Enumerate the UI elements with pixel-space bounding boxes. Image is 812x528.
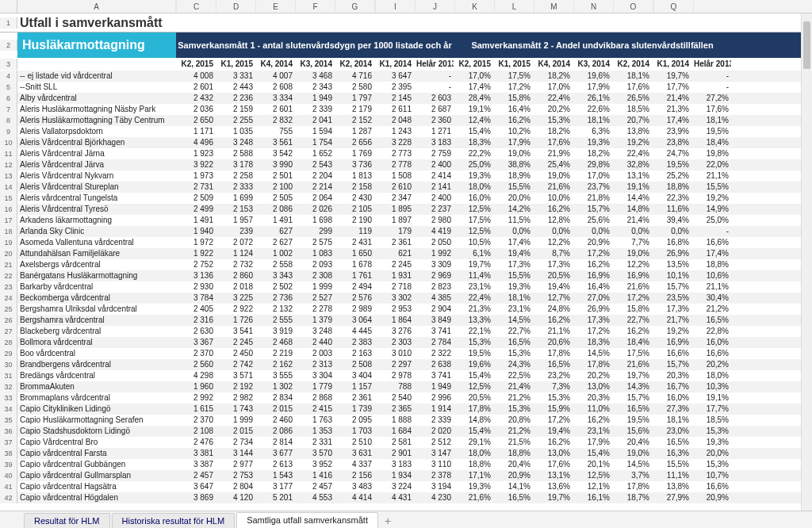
data-cell[interactable]: 12,5% — [454, 226, 493, 237]
data-cell[interactable]: 19,1% — [612, 182, 652, 193]
data-cell[interactable]: 3 468 — [295, 71, 335, 82]
data-cell[interactable]: 16,8% — [652, 237, 691, 248]
data-cell[interactable]: 16,2% — [493, 115, 533, 126]
row-name[interactable]: Aleris vårdcentral Tungelsta — [17, 193, 176, 204]
data-cell[interactable]: - — [691, 82, 731, 93]
data-cell[interactable]: 19,7% — [612, 370, 652, 381]
data-cell[interactable]: 20,5% — [533, 270, 573, 281]
data-cell[interactable]: 21,2% — [493, 392, 533, 404]
data-cell[interactable]: 1 353 — [295, 426, 335, 437]
row-number[interactable]: 30 — [0, 359, 17, 370]
data-cell[interactable]: 1 743 — [216, 404, 255, 415]
data-cell[interactable]: 39,4% — [652, 215, 691, 226]
data-cell[interactable]: 22,7% — [612, 315, 652, 326]
data-cell[interactable]: 26,5% — [612, 93, 652, 104]
data-cell[interactable]: 1 914 — [414, 404, 454, 415]
row-number[interactable]: 41 — [0, 481, 17, 492]
data-cell[interactable]: 2 163 — [335, 348, 374, 359]
data-cell[interactable]: 2 020 — [414, 426, 454, 437]
row-name[interactable]: Aleris Husläkarmottagning Näsby Park — [17, 104, 176, 115]
data-cell[interactable]: 21,6% — [533, 182, 573, 193]
row-name[interactable]: Aleris Vårdcentral Järva — [17, 159, 176, 170]
data-cell[interactable]: 15,3% — [454, 337, 493, 348]
data-cell[interactable]: 14,3% — [612, 381, 652, 392]
data-cell[interactable]: 1 157 — [335, 381, 374, 392]
row-name[interactable]: Capio vårdcentral Gubbängen — [17, 459, 176, 470]
data-cell[interactable]: 4 553 — [295, 492, 335, 503]
row-number[interactable]: 20 — [0, 248, 17, 259]
data-cell[interactable]: 14,5% — [612, 459, 652, 470]
data-cell[interactable]: 2 370 — [176, 415, 216, 426]
data-cell[interactable]: 2 018 — [216, 281, 255, 293]
data-cell[interactable]: 10,2% — [493, 126, 533, 137]
data-cell[interactable]: 2 105 — [335, 204, 374, 215]
data-cell[interactable]: 21,5% — [493, 437, 533, 448]
data-cell[interactable]: 1 678 — [335, 259, 374, 270]
data-cell[interactable]: 17,0% — [533, 82, 573, 93]
data-cell[interactable]: 13,3% — [454, 315, 493, 326]
col-letter-O[interactable]: O — [614, 0, 653, 13]
data-cell[interactable]: 15,3% — [493, 404, 533, 415]
data-cell[interactable]: 23,1% — [493, 304, 533, 315]
row-number[interactable]: 28 — [0, 337, 17, 348]
data-cell[interactable]: 2 158 — [335, 182, 374, 193]
row-name[interactable]: Capio vårdcentral Högdalen — [17, 492, 176, 503]
data-cell[interactable]: 13,1% — [612, 170, 652, 182]
data-cell[interactable]: 19,4% — [533, 281, 573, 293]
data-cell[interactable]: 23,7% — [573, 182, 612, 193]
row-number[interactable]: 33 — [0, 392, 17, 404]
col-letter-M[interactable]: M — [534, 0, 574, 13]
data-cell[interactable]: 2 443 — [216, 82, 255, 93]
data-cell[interactable]: 2 904 — [414, 304, 454, 315]
row-number[interactable]: 6 — [0, 93, 17, 104]
data-cell[interactable]: 2 823 — [414, 281, 454, 293]
data-cell[interactable]: 16,2% — [533, 315, 573, 326]
row-name[interactable]: --Snitt SLL — [17, 82, 176, 93]
row-number[interactable]: 13 — [0, 170, 17, 182]
data-cell[interactable]: 1 703 — [335, 426, 374, 437]
data-cell[interactable]: 14,9% — [691, 204, 731, 215]
row-name[interactable]: -- ej listade vid vårdcentral — [17, 71, 176, 82]
data-cell[interactable]: 13,5% — [652, 259, 691, 270]
data-cell[interactable]: 17,3% — [493, 259, 533, 270]
row-name[interactable]: Capio vårdcentral Hagsätra — [17, 481, 176, 492]
data-cell[interactable]: 2 457 — [295, 481, 335, 492]
data-cell[interactable]: 16,6% — [691, 348, 731, 359]
data-cell[interactable]: 2 204 — [295, 170, 335, 182]
data-cell[interactable]: 22,8% — [691, 326, 731, 337]
data-cell[interactable]: 20,3% — [652, 370, 691, 381]
data-cell[interactable]: 4 230 — [414, 492, 454, 503]
row-number[interactable]: 32 — [0, 381, 17, 392]
data-cell[interactable]: 2 742 — [216, 359, 255, 370]
data-cell[interactable]: 15,8% — [612, 304, 652, 315]
data-cell[interactable]: 3 952 — [295, 459, 335, 470]
data-cell[interactable]: 2 627 — [255, 237, 295, 248]
data-cell[interactable]: 15,4% — [454, 426, 493, 437]
data-cell[interactable]: 20,4% — [612, 437, 652, 448]
data-cell[interactable]: 22,0% — [691, 159, 731, 170]
vertical-scrollbar[interactable] — [801, 13, 812, 511]
data-cell[interactable]: 2 153 — [216, 204, 255, 215]
data-cell[interactable]: 2 718 — [374, 281, 414, 293]
data-cell[interactable]: 2 630 — [176, 326, 216, 337]
row-number[interactable]: 39 — [0, 459, 17, 470]
col-letter-G[interactable]: G — [335, 0, 375, 13]
data-cell[interactable]: 19,2% — [612, 137, 652, 148]
data-cell[interactable]: 3 555 — [255, 370, 295, 381]
data-cell[interactable]: 16,1% — [573, 492, 612, 503]
row-number[interactable]: 25 — [0, 304, 17, 315]
data-cell[interactable]: 3 110 — [414, 459, 454, 470]
data-cell[interactable]: 19,7% — [652, 71, 691, 82]
row-name[interactable]: Axelsbergs vårdcentral — [17, 259, 176, 270]
data-cell[interactable]: 18,1% — [691, 115, 731, 126]
data-cell[interactable]: 29,8% — [573, 159, 612, 170]
data-cell[interactable]: 15,5% — [691, 182, 731, 193]
data-cell[interactable]: 20,0% — [691, 448, 731, 459]
data-cell[interactable]: 18,8% — [454, 459, 493, 470]
data-cell[interactable]: 18,2% — [533, 71, 573, 82]
data-cell[interactable]: 4 120 — [216, 492, 255, 503]
row-name[interactable]: Aleris Vårdcentral Järna — [17, 148, 176, 159]
data-cell[interactable]: 4 414 — [335, 492, 374, 503]
data-cell[interactable]: 1 543 — [255, 470, 295, 481]
data-cell[interactable]: 2 540 — [374, 392, 414, 404]
